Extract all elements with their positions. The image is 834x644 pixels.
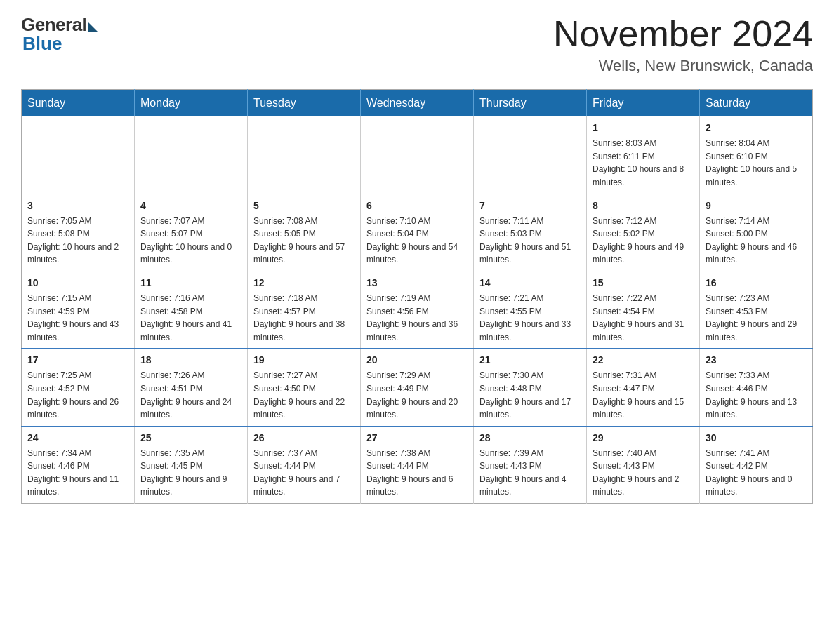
calendar-cell: 20Sunrise: 7:29 AM Sunset: 4:49 PM Dayli… [361,349,474,426]
day-info: Sunrise: 7:39 AM Sunset: 4:43 PM Dayligh… [479,447,581,499]
day-info: Sunrise: 7:40 AM Sunset: 4:43 PM Dayligh… [593,447,694,499]
day-info: Sunrise: 8:04 AM Sunset: 6:10 PM Dayligh… [706,137,807,189]
logo-arrow-icon [88,22,98,32]
weekday-header-tuesday: Tuesday [248,90,361,117]
calendar-cell: 11Sunrise: 7:16 AM Sunset: 4:58 PM Dayli… [135,271,248,348]
calendar-cell: 4Sunrise: 7:07 AM Sunset: 5:07 PM Daylig… [135,194,248,271]
weekday-header-friday: Friday [587,90,700,117]
day-number: 12 [253,276,355,290]
day-info: Sunrise: 7:14 AM Sunset: 5:00 PM Dayligh… [706,215,807,267]
weekday-header-saturday: Saturday [700,90,813,117]
day-number: 10 [27,276,128,290]
day-info: Sunrise: 7:22 AM Sunset: 4:54 PM Dayligh… [593,292,694,344]
day-info: Sunrise: 7:15 AM Sunset: 4:59 PM Dayligh… [27,292,128,344]
day-number: 2 [706,121,807,135]
day-number: 23 [706,353,807,368]
location-title: Wells, New Brunswick, Canada [553,57,813,75]
day-info: Sunrise: 7:10 AM Sunset: 5:04 PM Dayligh… [366,215,468,267]
calendar-cell: 24Sunrise: 7:34 AM Sunset: 4:46 PM Dayli… [22,426,135,503]
day-info: Sunrise: 7:16 AM Sunset: 4:58 PM Dayligh… [140,292,241,344]
day-number: 4 [140,199,241,213]
calendar-cell: 19Sunrise: 7:27 AM Sunset: 4:50 PM Dayli… [248,349,361,426]
day-number: 25 [140,431,241,445]
calendar-cell: 10Sunrise: 7:15 AM Sunset: 4:59 PM Dayli… [22,271,135,348]
day-info: Sunrise: 7:08 AM Sunset: 5:05 PM Dayligh… [253,215,355,267]
calendar-cell: 23Sunrise: 7:33 AM Sunset: 4:46 PM Dayli… [700,349,813,426]
day-number: 19 [253,353,355,368]
day-number: 17 [27,353,128,368]
day-number: 11 [140,276,241,290]
calendar-week-row: 1Sunrise: 8:03 AM Sunset: 6:11 PM Daylig… [22,116,813,194]
calendar-week-row: 3Sunrise: 7:05 AM Sunset: 5:08 PM Daylig… [22,194,813,271]
day-info: Sunrise: 7:38 AM Sunset: 4:44 PM Dayligh… [366,447,468,499]
day-number: 18 [140,353,241,368]
calendar-cell: 2Sunrise: 8:04 AM Sunset: 6:10 PM Daylig… [700,116,813,194]
calendar-cell: 17Sunrise: 7:25 AM Sunset: 4:52 PM Dayli… [22,349,135,426]
calendar-cell: 14Sunrise: 7:21 AM Sunset: 4:55 PM Dayli… [474,271,587,348]
day-number: 15 [593,276,694,290]
day-number: 29 [593,431,694,445]
logo: General Blue [21,14,98,55]
calendar-header-row: SundayMondayTuesdayWednesdayThursdayFrid… [22,90,813,117]
calendar-cell: 22Sunrise: 7:31 AM Sunset: 4:47 PM Dayli… [587,349,700,426]
calendar-cell: 29Sunrise: 7:40 AM Sunset: 4:43 PM Dayli… [587,426,700,503]
day-info: Sunrise: 7:41 AM Sunset: 4:42 PM Dayligh… [706,447,807,499]
day-info: Sunrise: 7:33 AM Sunset: 4:46 PM Dayligh… [706,369,807,421]
calendar-week-row: 24Sunrise: 7:34 AM Sunset: 4:46 PM Dayli… [22,426,813,503]
calendar-cell: 30Sunrise: 7:41 AM Sunset: 4:42 PM Dayli… [700,426,813,503]
day-number: 24 [27,431,128,445]
calendar-cell: 25Sunrise: 7:35 AM Sunset: 4:45 PM Dayli… [135,426,248,503]
day-number: 6 [366,199,468,213]
calendar-cell: 6Sunrise: 7:10 AM Sunset: 5:04 PM Daylig… [361,194,474,271]
day-number: 7 [479,199,581,213]
calendar-cell: 1Sunrise: 8:03 AM Sunset: 6:11 PM Daylig… [587,116,700,194]
day-info: Sunrise: 7:34 AM Sunset: 4:46 PM Dayligh… [27,447,128,499]
day-number: 20 [366,353,468,368]
day-number: 16 [706,276,807,290]
calendar-cell: 8Sunrise: 7:12 AM Sunset: 5:02 PM Daylig… [587,194,700,271]
day-number: 13 [366,276,468,290]
day-info: Sunrise: 7:19 AM Sunset: 4:56 PM Dayligh… [366,292,468,344]
calendar-cell: 9Sunrise: 7:14 AM Sunset: 5:00 PM Daylig… [700,194,813,271]
calendar-week-row: 17Sunrise: 7:25 AM Sunset: 4:52 PM Dayli… [22,349,813,426]
calendar-cell: 21Sunrise: 7:30 AM Sunset: 4:48 PM Dayli… [474,349,587,426]
page-header: General Blue November 2024 Wells, New Br… [21,14,813,75]
day-number: 21 [479,353,581,368]
logo-blue-text: Blue [21,33,62,55]
day-info: Sunrise: 7:07 AM Sunset: 5:07 PM Dayligh… [140,215,241,267]
day-info: Sunrise: 7:37 AM Sunset: 4:44 PM Dayligh… [253,447,355,499]
day-number: 3 [27,199,128,213]
day-info: Sunrise: 7:23 AM Sunset: 4:53 PM Dayligh… [706,292,807,344]
day-info: Sunrise: 7:25 AM Sunset: 4:52 PM Dayligh… [27,369,128,421]
calendar-table: SundayMondayTuesdayWednesdayThursdayFrid… [21,89,813,504]
day-number: 27 [366,431,468,445]
day-number: 14 [479,276,581,290]
calendar-cell [135,116,248,194]
day-info: Sunrise: 7:27 AM Sunset: 4:50 PM Dayligh… [253,369,355,421]
day-number: 28 [479,431,581,445]
calendar-cell: 26Sunrise: 7:37 AM Sunset: 4:44 PM Dayli… [248,426,361,503]
day-number: 8 [593,199,694,213]
month-title: November 2024 [553,14,813,54]
calendar-cell [248,116,361,194]
title-block: November 2024 Wells, New Brunswick, Cana… [553,14,813,75]
day-info: Sunrise: 7:18 AM Sunset: 4:57 PM Dayligh… [253,292,355,344]
weekday-header-thursday: Thursday [474,90,587,117]
calendar-cell: 15Sunrise: 7:22 AM Sunset: 4:54 PM Dayli… [587,271,700,348]
day-number: 22 [593,353,694,368]
day-info: Sunrise: 7:05 AM Sunset: 5:08 PM Dayligh… [27,215,128,267]
calendar-cell: 12Sunrise: 7:18 AM Sunset: 4:57 PM Dayli… [248,271,361,348]
weekday-header-wednesday: Wednesday [361,90,474,117]
calendar-cell [22,116,135,194]
day-number: 26 [253,431,355,445]
weekday-header-sunday: Sunday [22,90,135,117]
calendar-cell [361,116,474,194]
calendar-cell: 16Sunrise: 7:23 AM Sunset: 4:53 PM Dayli… [700,271,813,348]
day-info: Sunrise: 7:29 AM Sunset: 4:49 PM Dayligh… [366,369,468,421]
day-info: Sunrise: 7:21 AM Sunset: 4:55 PM Dayligh… [479,292,581,344]
calendar-cell [474,116,587,194]
day-number: 1 [593,121,694,135]
calendar-cell: 18Sunrise: 7:26 AM Sunset: 4:51 PM Dayli… [135,349,248,426]
calendar-week-row: 10Sunrise: 7:15 AM Sunset: 4:59 PM Dayli… [22,271,813,348]
day-info: Sunrise: 8:03 AM Sunset: 6:11 PM Dayligh… [593,137,694,189]
